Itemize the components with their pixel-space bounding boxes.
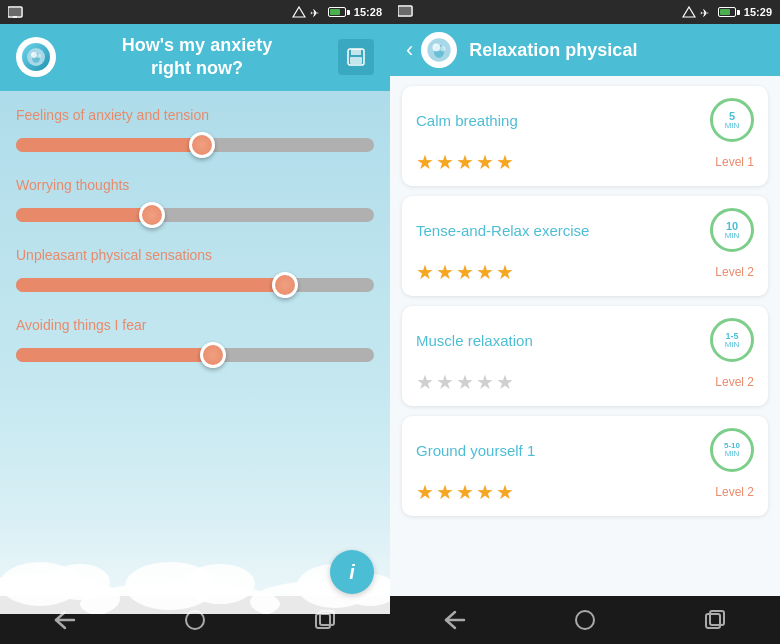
left-time: 15:28 xyxy=(354,6,382,18)
slider-track-avoiding[interactable] xyxy=(16,348,374,362)
svg-point-32 xyxy=(441,46,446,51)
star-2: ★ xyxy=(436,260,454,284)
stars-ground-yourself: ★ ★ ★ ★ ★ xyxy=(416,480,514,504)
star-5: ★ xyxy=(496,150,514,174)
exercise-card-muscle-relaxation[interactable]: Muscle relaxation 1-5 MIN ★ ★ ★ ★ ★ Leve… xyxy=(402,306,768,406)
right-recent-nav-button[interactable] xyxy=(685,602,745,638)
right-status-left xyxy=(398,3,414,21)
slider-fill-physical xyxy=(16,278,285,292)
left-content: Feelings of anxiety and tension Worrying… xyxy=(0,91,390,596)
exercise-title-ground-yourself: Ground yourself 1 xyxy=(416,442,535,459)
left-panel: ✈ 15:28 How's my anxiet xyxy=(0,0,390,644)
star-3: ★ xyxy=(456,370,474,394)
right-screen-icon xyxy=(398,5,414,17)
slider-track-container-anxiety[interactable] xyxy=(16,131,374,159)
exercise-title-muscle-relaxation: Muscle relaxation xyxy=(416,332,533,349)
right-logo-icon xyxy=(426,37,452,63)
airplane-icon: ✈ xyxy=(310,6,324,18)
left-status-right: ✈ 15:28 xyxy=(292,6,382,18)
slider-track-anxiety[interactable] xyxy=(16,138,374,152)
left-header: How's my anxietyright now? xyxy=(0,24,390,91)
time-circle-calm-breathing: 5 MIN xyxy=(710,98,754,142)
save-button[interactable] xyxy=(338,39,374,75)
exercise-top-calm-breathing: Calm breathing 5 MIN xyxy=(416,98,754,142)
star-1: ★ xyxy=(416,480,434,504)
star-3: ★ xyxy=(456,150,474,174)
slider-track-container-physical[interactable] xyxy=(16,271,374,299)
exercise-title-calm-breathing: Calm breathing xyxy=(416,112,518,129)
slider-fill-avoiding xyxy=(16,348,213,362)
save-icon xyxy=(346,47,366,67)
right-time: 15:29 xyxy=(744,6,772,18)
time-value-tense-relax: 10 xyxy=(726,221,738,232)
star-2: ★ xyxy=(436,370,454,394)
left-header-title: How's my anxietyright now? xyxy=(56,34,338,81)
star-5: ★ xyxy=(496,480,514,504)
time-circle-muscle-relaxation: 1-5 MIN xyxy=(710,318,754,362)
right-home-nav-button[interactable] xyxy=(555,602,615,638)
exercise-title-tense-relax: Tense-and-Relax exercise xyxy=(416,222,589,239)
exercise-top-muscle-relaxation: Muscle relaxation 1-5 MIN xyxy=(416,318,754,362)
slider-track-container-avoiding[interactable] xyxy=(16,341,374,369)
exercise-card-ground-yourself[interactable]: Ground yourself 1 5-10 MIN ★ ★ ★ ★ ★ Lev… xyxy=(402,416,768,516)
star-3: ★ xyxy=(456,260,474,284)
exercise-top-ground-yourself: Ground yourself 1 5-10 MIN xyxy=(416,428,754,472)
time-unit-calm-breathing: MIN xyxy=(725,122,740,130)
logo-icon xyxy=(26,47,46,67)
right-content: Calm breathing 5 MIN ★ ★ ★ ★ ★ Level 1 xyxy=(390,76,780,596)
svg-rect-11 xyxy=(350,57,362,64)
info-button[interactable]: i xyxy=(330,550,374,594)
star-4: ★ xyxy=(476,150,494,174)
slider-thumb-worry[interactable] xyxy=(139,202,165,228)
right-home-nav-icon xyxy=(573,609,597,631)
star-4: ★ xyxy=(476,480,494,504)
slider-track-physical[interactable] xyxy=(16,278,374,292)
exercise-bottom-tense-relax: ★ ★ ★ ★ ★ Level 2 xyxy=(416,260,754,284)
stars-calm-breathing: ★ ★ ★ ★ ★ xyxy=(416,150,514,174)
exercise-card-calm-breathing[interactable]: Calm breathing 5 MIN ★ ★ ★ ★ ★ Level 1 xyxy=(402,86,768,186)
svg-point-7 xyxy=(31,52,37,58)
star-5: ★ xyxy=(496,260,514,284)
svg-rect-10 xyxy=(351,49,361,55)
slider-fill-anxiety xyxy=(16,138,202,152)
right-signal-icon xyxy=(682,6,696,18)
exercise-bottom-calm-breathing: ★ ★ ★ ★ ★ Level 1 xyxy=(416,150,754,174)
svg-marker-3 xyxy=(293,7,305,17)
exercise-top-tense-relax: Tense-and-Relax exercise 10 MIN xyxy=(416,208,754,252)
slider-thumb-physical[interactable] xyxy=(272,272,298,298)
right-logo xyxy=(421,32,457,68)
slider-label-worry: Worrying thoughts xyxy=(16,177,374,193)
time-unit-ground-yourself: MIN xyxy=(725,450,740,458)
left-status-icons xyxy=(8,6,24,18)
right-back-button[interactable]: ‹ xyxy=(406,39,413,61)
right-status-right: ✈ 15:29 xyxy=(682,6,772,18)
right-battery-icon xyxy=(718,7,740,17)
time-unit-tense-relax: MIN xyxy=(725,232,740,240)
star-2: ★ xyxy=(436,150,454,174)
slider-thumb-avoiding[interactable] xyxy=(200,342,226,368)
slider-track-worry[interactable] xyxy=(16,208,374,222)
star-4: ★ xyxy=(476,260,494,284)
left-logo-inner xyxy=(22,43,50,71)
time-circle-ground-yourself: 5-10 MIN xyxy=(710,428,754,472)
time-circle-tense-relax: 10 MIN xyxy=(710,208,754,252)
right-airplane-icon: ✈ xyxy=(700,6,714,18)
exercise-bottom-ground-yourself: ★ ★ ★ ★ ★ Level 2 xyxy=(416,480,754,504)
slider-thumb-anxiety[interactable] xyxy=(189,132,215,158)
level-tense-relax: Level 2 xyxy=(715,265,754,279)
right-panel: ✈ 15:29 ‹ Relaxation physical xyxy=(390,0,780,644)
slider-label-anxiety: Feelings of anxiety and tension xyxy=(16,107,374,123)
slider-track-container-worry[interactable] xyxy=(16,201,374,229)
right-status-bar: ✈ 15:29 xyxy=(390,0,780,24)
right-nav-bar xyxy=(390,596,780,644)
svg-marker-27 xyxy=(683,7,695,17)
slider-label-physical: Unpleasant physical sensations xyxy=(16,247,374,263)
svg-rect-1 xyxy=(9,8,21,16)
right-back-nav-button[interactable] xyxy=(425,602,485,638)
slider-section-avoiding: Avoiding things I fear xyxy=(16,317,374,369)
info-icon: i xyxy=(349,561,355,584)
exercise-bottom-muscle-relaxation: ★ ★ ★ ★ ★ Level 2 xyxy=(416,370,754,394)
signal-icon xyxy=(292,6,306,18)
exercise-card-tense-relax[interactable]: Tense-and-Relax exercise 10 MIN ★ ★ ★ ★ … xyxy=(402,196,768,296)
slider-fill-worry xyxy=(16,208,152,222)
